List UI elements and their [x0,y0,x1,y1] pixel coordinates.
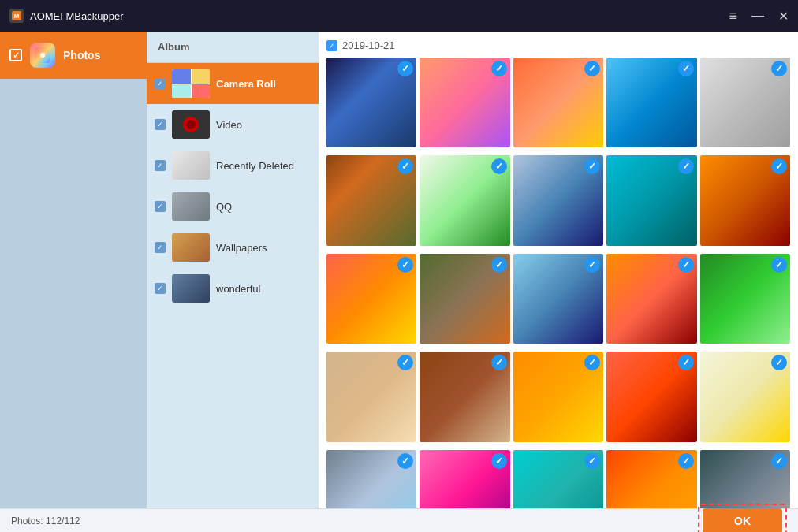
video-checkbox[interactable] [155,119,166,130]
photo-check-2: ✓ [491,61,507,76]
photo-check-20: ✓ [771,355,787,370]
photo-cell-20[interactable]: ✓ [700,352,790,441]
album-header-label: Album [158,41,189,53]
photos-icon [30,43,55,68]
photo-grid-row-5: ✓ ✓ ✓ ✓ ✓ [326,450,790,508]
sidebar-photos-label: Photos [63,49,100,61]
photo-cell-7[interactable]: ✓ [420,155,509,245]
photo-cell-16[interactable]: ✓ [326,352,416,441]
photo-check-3: ✓ [584,61,600,76]
svg-text:M: M [14,13,20,20]
photo-cell-23[interactable]: ✓ [513,450,603,508]
ok-button-wrapper: OK [698,504,787,533]
wallpapers-checkbox[interactable] [155,242,166,253]
photo-check-24: ✓ [678,453,694,469]
qq-label: QQ [216,201,232,213]
svg-point-6 [186,120,196,129]
date-checkbox[interactable] [326,40,337,51]
sidebar-body [0,79,147,508]
photo-check-16: ✓ [397,355,413,370]
album-item-wonderful[interactable]: wonderful [147,268,319,309]
album-item-recently-deleted[interactable]: Recently Deleted [147,145,319,186]
photo-cell-17[interactable]: ✓ [420,352,509,441]
ok-button-container: OK [698,504,787,533]
photo-check-8: ✓ [584,158,600,174]
recently-deleted-checkbox[interactable] [155,160,166,171]
wonderful-thumb [172,274,210,303]
photo-check-17: ✓ [491,355,507,370]
video-label: Video [216,119,242,131]
photo-cell-6[interactable]: ✓ [326,155,416,245]
photo-check-9: ✓ [678,158,694,174]
ok-button[interactable]: OK [703,508,782,533]
photo-cell-18[interactable]: ✓ [513,352,603,441]
photo-cell-13[interactable]: ✓ [513,254,603,344]
photo-check-1: ✓ [397,61,413,76]
photo-cell-14[interactable]: ✓ [606,254,696,344]
menu-icon[interactable]: ≡ [729,8,737,24]
photo-grid-row-4: ✓ ✓ ✓ ✓ ✓ [326,352,790,441]
photo-cell-9[interactable]: ✓ [606,155,696,245]
photo-cell-11[interactable]: ✓ [326,254,416,344]
photo-cell-15[interactable]: ✓ [700,254,790,344]
photo-check-7: ✓ [491,158,507,174]
photo-cell-21[interactable]: ✓ [326,450,416,508]
minimize-icon[interactable]: — [751,9,764,23]
camera-roll-label: Camera Roll [216,78,276,90]
album-item-video[interactable]: Video [147,104,319,145]
album-item-camera-roll[interactable]: Camera Roll [147,63,319,104]
title-bar-left: M AOMEI MBackupper [9,9,124,23]
recently-deleted-label: Recently Deleted [216,160,294,172]
photo-check-14: ✓ [678,257,694,273]
photo-check-15: ✓ [771,257,787,273]
photo-cell-19[interactable]: ✓ [606,352,696,441]
close-icon[interactable]: ✕ [778,9,789,24]
status-text: Photos: 112/112 [11,515,80,526]
photo-grid-row-3: ✓ ✓ ✓ ✓ ✓ [326,254,790,344]
photo-check-18: ✓ [584,355,600,370]
album-panel: Album Camera Roll Video [147,32,319,508]
video-thumb [172,110,210,139]
album-item-wallpapers[interactable]: Wallpapers [147,227,319,268]
camera-roll-thumb [172,69,210,98]
photo-check-11: ✓ [397,257,413,273]
album-item-qq[interactable]: QQ [147,186,319,227]
photo-check-5: ✓ [771,61,787,76]
sidebar: Photos [0,32,147,508]
photo-cell-2[interactable]: ✓ [420,58,509,147]
photos-checkbox[interactable] [9,49,22,61]
sidebar-header: Photos [0,32,147,79]
photo-grid-panel[interactable]: 2019-10-21 ✓ ✓ ✓ ✓ ✓ ✓ [319,32,798,508]
photo-cell-24[interactable]: ✓ [606,450,696,508]
photo-check-23: ✓ [584,453,600,469]
photo-cell-12[interactable]: ✓ [420,254,509,344]
photo-check-21: ✓ [397,453,413,469]
title-bar: M AOMEI MBackupper ≡ — ✕ [0,0,798,32]
photo-check-13: ✓ [584,257,600,273]
status-bar: Photos: 112/112 OK [0,508,798,532]
photo-grid-row-2: ✓ ✓ ✓ ✓ ✓ [326,155,790,245]
date-label: 2019-10-21 [326,39,790,51]
photo-check-25: ✓ [771,453,787,469]
photo-cell-10[interactable]: ✓ [700,155,790,245]
photo-cell-8[interactable]: ✓ [513,155,603,245]
album-header: Album [147,32,319,63]
main-content: Photos Album Camera Roll [0,32,798,508]
qq-thumb [172,192,210,221]
photo-cell-3[interactable]: ✓ [513,58,603,147]
photo-cell-4[interactable]: ✓ [606,58,696,147]
photo-check-12: ✓ [491,257,507,273]
photo-check-19: ✓ [678,355,694,370]
photo-check-10: ✓ [771,158,787,174]
photo-cell-22[interactable]: ✓ [420,450,509,508]
wonderful-label: wonderful [216,283,260,295]
photo-cell-25[interactable]: ✓ [700,450,790,508]
app-title: AOMEI MBackupper [30,10,124,22]
photo-cell-5[interactable]: ✓ [700,58,790,147]
wonderful-checkbox[interactable] [155,283,166,294]
qq-checkbox[interactable] [155,201,166,212]
photo-cell-1[interactable]: ✓ [326,58,416,147]
recently-deleted-thumb [172,151,210,180]
camera-roll-checkbox[interactable] [155,78,166,89]
date-text: 2019-10-21 [342,39,395,51]
